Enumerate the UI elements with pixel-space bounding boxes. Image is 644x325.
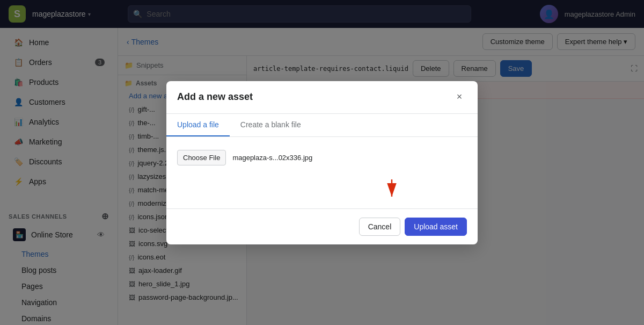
modal-overlay[interactable]: Add a new asset × Upload a file Create a… bbox=[0, 0, 644, 325]
modal-tabs: Upload a file Create a blank file bbox=[166, 114, 478, 137]
upload-arrow-indicator bbox=[381, 179, 402, 203]
modal-header: Add a new asset × bbox=[166, 81, 478, 114]
modal-footer: Cancel Upload asset bbox=[166, 208, 478, 244]
modal-body: Choose File mageplaza-s...02x336.jpg bbox=[166, 137, 478, 208]
cancel-button[interactable]: Cancel bbox=[359, 218, 401, 236]
tab-upload-file[interactable]: Upload a file bbox=[166, 114, 230, 136]
upload-asset-button[interactable]: Upload asset bbox=[405, 218, 467, 236]
arrow-container bbox=[177, 174, 467, 196]
modal-close-button[interactable]: × bbox=[452, 90, 467, 105]
modal-title: Add a new asset bbox=[177, 91, 253, 103]
add-asset-modal: Add a new asset × Upload a file Create a… bbox=[166, 81, 478, 244]
file-chooser-row: Choose File mageplaza-s...02x336.jpg bbox=[177, 150, 467, 165]
chosen-filename: mageplaza-s...02x336.jpg bbox=[232, 154, 312, 162]
arrow-down-icon bbox=[381, 179, 402, 201]
tab-create-blank[interactable]: Create a blank file bbox=[230, 114, 312, 136]
choose-file-button[interactable]: Choose File bbox=[177, 150, 226, 165]
